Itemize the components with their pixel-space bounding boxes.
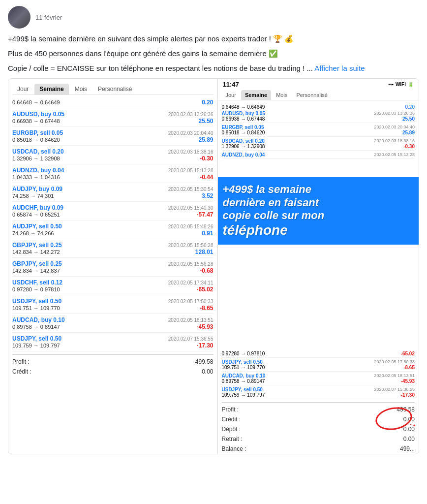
trade-pair-usdchf: USDCHF, sell 0.12 xyxy=(12,279,62,286)
right-audcad-dt: 2020.02.05 18:13:51 xyxy=(374,373,415,378)
right-rate-header: 0.64648 → 0.64649 xyxy=(222,104,265,110)
trade-pair-audusd: AUDUSD, buy 0.05 xyxy=(12,111,64,118)
wifi-icon: WiFi xyxy=(396,82,406,87)
trade-dt-gbpjpy1: 2020.02.05 15:56:28 xyxy=(168,243,214,248)
trade-prices-gbpjpy1: 142.834 → 142.272 xyxy=(12,249,60,255)
trade-dt-audjpy2: 2020.02.05 15:48:26 xyxy=(168,224,214,229)
right-audcad-pair: AUDCAD, buy 0.10 xyxy=(222,373,266,378)
rate-header-row: 0.64648 → 0.64649 0.20 xyxy=(12,99,214,108)
trade-dt-audjpy1: 2020.02.05 15:30:54 xyxy=(168,187,214,192)
show-more-link[interactable]: Afficher la suite xyxy=(314,64,365,72)
trade-row-usdjpy2: USDJPY, sell 0.50 2020.02.07 15:36:55 10… xyxy=(12,335,214,351)
post-text-3: Copie / colle = ENCAISSE sur ton télépho… xyxy=(8,63,419,74)
right-top-content: 0.64648 → 0.64649 0.20 AUDUSD, buy 0.05 … xyxy=(218,103,419,159)
images-row: Jour Semaine Mois Personnalisé 0.64648 →… xyxy=(8,78,419,454)
tab-jour-left[interactable]: Jour xyxy=(12,84,33,94)
tab-jour-right[interactable]: Jour xyxy=(222,90,240,100)
right-usdjpy2-pair: USDJPY, sell 0.50 xyxy=(222,387,263,392)
trade-row-gbpjpy1: GBPJPY, sell 0.25 2020.02.05 15:56:28 14… xyxy=(12,242,214,258)
right-usdjpy2-pnl: -17.30 xyxy=(401,392,415,398)
trade-row-audjpy1: AUDJPY, buy 0.09 2020.02.05 15:30:54 74.… xyxy=(12,186,214,202)
right-audusd-dt: 2020.02.03 13:26:36 xyxy=(374,111,415,116)
tab-semaine-left[interactable]: Semaine xyxy=(34,84,68,94)
trade-pnl-gbpjpy2: -0.68 xyxy=(200,267,213,274)
tab-personnalise-right[interactable]: Personnalisé xyxy=(292,90,332,100)
phone-icons: ▪▪▪ WiFi 🔋 xyxy=(388,82,414,87)
post-text: +499$ la semaine dernière en suivant des… xyxy=(8,33,419,73)
tab-mois-left[interactable]: Mois xyxy=(70,84,92,94)
trade-pair-audnzd: AUDNZD, buy 0.04 xyxy=(12,167,64,174)
post-text-1: +499$ la semaine dernière en suivant des… xyxy=(8,33,419,44)
trade-pnl-audchf: -57.47 xyxy=(196,211,213,218)
tab-mois-right[interactable]: Mois xyxy=(272,90,291,100)
trade-dt-usdchf: 2020.02.05 17:34:11 xyxy=(168,280,214,285)
trade-pair-audcad: AUDCAD, buy 0.10 xyxy=(12,316,65,323)
trade-prices-usdcad: 1.32906 → 1.32908 xyxy=(12,156,60,161)
trade-prices-audusd: 0.66938 → 0.67448 xyxy=(12,118,60,124)
tab-semaine-right[interactable]: Semaine xyxy=(241,90,271,100)
phone-time: 11:47 xyxy=(223,81,239,88)
trade-row-audjpy2: AUDJPY, sell 0.50 2020.02.05 15:48:26 74… xyxy=(12,223,214,239)
right-audusd-pair: AUDUSD, buy 0.05 xyxy=(222,111,265,116)
right-usdjpy2-prices: 109.759 → 109.797 xyxy=(222,392,265,398)
red-arrow: → xyxy=(407,419,419,431)
phone-status-bar: 11:47 ▪▪▪ WiFi 🔋 xyxy=(218,79,419,90)
trade-dt-audchf: 2020.02.05 15:40:30 xyxy=(168,205,214,211)
right-usdcad-prices: 1.32906 → 1.32908 xyxy=(222,144,265,149)
trade-pnl-usdcad: -0.30 xyxy=(200,155,213,162)
right-eurgbp-pair: EURGBP, sell 0.05 xyxy=(222,125,264,130)
rate-header-prices: 0.64648 → 0.64649 xyxy=(12,99,60,105)
trade-pair-audchf: AUDCHF, buy 0.09 xyxy=(12,204,63,211)
right-audusd-prices: 0.66938 → 0.67448 xyxy=(222,116,265,122)
trade-pnl-eurgbp: 25.89 xyxy=(198,136,213,143)
tab-personnalise-left[interactable]: Personnalisé xyxy=(93,84,137,94)
trade-prices-gbpjpy2: 142.834 → 142.837 xyxy=(12,268,60,274)
trade-prices-audchf: 0.65874 → 0.65251 xyxy=(12,212,60,218)
trade-dt-eurgbp: 2020.02.03 20:04:40 xyxy=(168,130,214,136)
right-usdjpy1-pnl: -8.65 xyxy=(403,365,415,370)
trade-dt-audnzd: 2020.02.05 15:13:28 xyxy=(168,168,214,173)
trade-row-eurgbp: EURGBP, sell 0.05 2020.02.03 20:04:40 0.… xyxy=(12,129,214,146)
right-audcad-prices: 0.89758 → 0.89147 xyxy=(222,378,265,384)
trade-row-audnzd: AUDNZD, buy 0.04 2020.02.05 15:13:28 1.0… xyxy=(12,167,214,183)
right-usdjpy1-dt: 2020.02.05 17:50:33 xyxy=(374,359,415,365)
right-summary-balance: Balance : 499... xyxy=(222,444,415,454)
trade-pair-usdjpy1: USDJPY, sell 0.50 xyxy=(12,298,61,305)
trading-panel-right: 11:47 ▪▪▪ WiFi 🔋 Jour Semaine Mois Perso… xyxy=(218,79,419,454)
trading-panel-left: Jour Semaine Mois Personnalisé 0.64648 →… xyxy=(8,79,218,454)
trade-prices-audnzd: 1.04333 → 1.04316 xyxy=(12,174,60,180)
right-usdcad-dt: 2020.02.03 18:38:16 xyxy=(374,138,415,144)
trade-pnl-audcad: -45.93 xyxy=(196,323,213,330)
right-usdcad-pnl: -0.30 xyxy=(403,144,415,149)
post-container: 11 février +499$ la semaine dernière en … xyxy=(0,0,427,460)
trade-row-usdjpy1: USDJPY, sell 0.50 2020.02.05 17:50:33 10… xyxy=(12,298,214,314)
trade-pnl-usdchf: -65.02 xyxy=(196,286,213,293)
trade-prices-audjpy2: 74.268 → 74.266 xyxy=(12,230,54,236)
trade-prices-usdchf: 0.97280 → 0.97810 xyxy=(12,286,60,292)
summary-credit-left: Crédit : 0.00 xyxy=(12,367,214,377)
trade-pnl-audjpy1: 3.52 xyxy=(202,192,213,199)
right-eurgbp-pnl: 25.89 xyxy=(402,130,415,135)
trade-pnl-usdjpy2: -17.30 xyxy=(196,342,213,349)
right-usdchf-prices: 0.97280 → 0.97810 xyxy=(222,351,265,356)
trade-dt-usdcad: 2020.02.03 18:38:16 xyxy=(168,149,214,155)
right-eurgbp-prices: 0.85018 → 0.84620 xyxy=(222,130,265,135)
right-eurgbp-dt: 2020.02.03 20:04:40 xyxy=(374,125,415,130)
right-usdjpy2-dt: 2020.02.07 15:36:55 xyxy=(374,387,415,392)
trade-pnl-usdjpy1: -8.65 xyxy=(200,305,213,312)
trade-dt-audcad: 2020.02.05 18:13:51 xyxy=(168,317,214,323)
trade-pnl-audnzd: -0.44 xyxy=(200,174,213,181)
trade-pair-gbpjpy2: GBPJPY, sell 0.25 xyxy=(12,260,62,267)
trade-dt-gbpjpy2: 2020.02.05 15:56:28 xyxy=(168,261,214,267)
trade-dt-usdjpy2: 2020.02.07 15:36:55 xyxy=(168,336,214,342)
trade-dt-usdjpy1: 2020.02.05 17:50:33 xyxy=(168,299,214,304)
post-text-2: Plus de 450 personnes dans l'équipe ont … xyxy=(8,48,419,59)
right-audusd-pnl: 25.50 xyxy=(402,116,415,122)
trade-row-usdchf: USDCHF, sell 0.12 2020.02.05 17:34:11 0.… xyxy=(12,279,214,295)
trade-prices-usdjpy1: 109.751 → 109.770 xyxy=(12,305,60,311)
left-tab-bar: Jour Semaine Mois Personnalisé xyxy=(12,84,214,95)
overlay-text: +499$ la semaine dernière en faisant cop… xyxy=(223,183,414,239)
right-bottom-section: 0.97280 → 0.97810 -65.02 USDJPY, sell 0.… xyxy=(218,351,419,454)
signal-icon: ▪▪▪ xyxy=(388,82,394,87)
trade-pair-usdcad: USDCAD, sell 0.20 xyxy=(12,148,64,155)
